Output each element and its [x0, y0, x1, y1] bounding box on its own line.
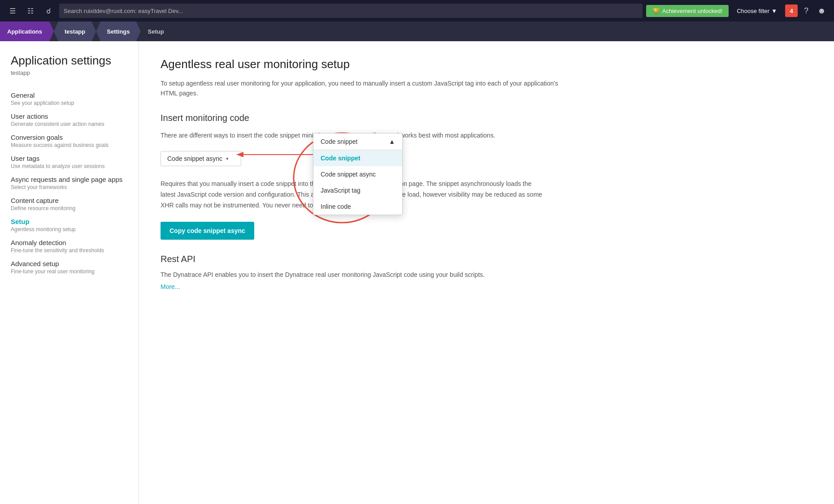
dropdown-option-code-snippet-async-label: Code snippet async — [321, 171, 376, 178]
dropdown-option-inline-code[interactable]: Inline code — [313, 198, 402, 215]
breadcrumb-settings-label: Settings — [107, 28, 130, 35]
sidebar-item-user-tags-title: User tags — [11, 155, 128, 162]
sidebar-item-conversion-goals-desc: Measure success against business goals — [11, 142, 128, 148]
sidebar-item-conversion-goals-title: Conversion goals — [11, 134, 128, 141]
chevron-up-icon: ▲ — [389, 138, 395, 145]
breadcrumb-testapp-label: testapp — [65, 28, 85, 35]
choose-filter-button[interactable]: Choose filter ▼ — [732, 8, 782, 14]
sidebar-item-content-capture-title: Content capture — [11, 197, 128, 204]
grid-icon[interactable]: ☷ — [23, 4, 38, 18]
sidebar-item-setup-desc: Agentless monitoring setup — [11, 226, 128, 233]
sidebar-item-setup-title: Setup — [11, 218, 128, 225]
insert-monitoring-title: Insert monitoring code — [161, 113, 812, 123]
rest-api-desc: The Dynatrace API enables you to insert … — [161, 270, 812, 280]
sidebar-item-content-capture-desc: Define resource monitoring — [11, 205, 128, 211]
sidebar-title: Application settings — [0, 54, 139, 69]
content-area: Agentless real user monitoring setup To … — [139, 41, 834, 504]
sidebar-subtitle: testapp — [0, 69, 139, 87]
breadcrumb-setup[interactable]: Setup — [141, 22, 172, 41]
sidebar: Application settings testapp General See… — [0, 41, 139, 504]
dropdown-row: Code snippet async ▾ — [161, 151, 812, 166]
sidebar-item-anomaly-detection-desc: Fine-tune the sensitivity and thresholds — [11, 247, 128, 254]
sidebar-item-async[interactable]: Async requests and single page apps Sele… — [0, 171, 139, 192]
sidebar-item-user-tags[interactable]: User tags Use metadata to analyze user s… — [0, 150, 139, 171]
chevron-down-icon: ▾ — [226, 156, 229, 162]
sidebar-item-general-desc: See your application setup — [11, 100, 128, 106]
breadcrumb-applications-label: Applications — [7, 28, 42, 35]
sidebar-item-advanced-setup-title: Advanced setup — [11, 260, 128, 267]
help-icon[interactable]: ? — [801, 6, 811, 16]
dropdown-option-javascript-tag[interactable]: JavaScript tag — [313, 182, 402, 198]
sidebar-item-anomaly-detection-title: Anomaly detection — [11, 239, 128, 246]
dropdown-popup-header[interactable]: Code snippet ▲ — [313, 134, 402, 150]
user-icon[interactable]: ☻ — [815, 6, 829, 16]
breadcrumb-setup-label: Setup — [148, 28, 164, 35]
breadcrumb-testapp[interactable]: testapp — [54, 22, 96, 41]
dropdown-option-code-snippet[interactable]: Code snippet — [313, 150, 402, 166]
sidebar-item-advanced-setup-desc: Fine-tune your real user monitoring — [11, 268, 128, 275]
sidebar-item-content-capture[interactable]: Content capture Define resource monitori… — [0, 192, 139, 213]
rest-api-more-link[interactable]: More... — [161, 283, 180, 290]
page-description: To setup agentless real user monitoring … — [161, 78, 564, 99]
choose-filter-label: Choose filter — [737, 8, 769, 14]
breadcrumb-applications[interactable]: Applications — [0, 22, 54, 41]
notification-badge[interactable]: 4 — [785, 4, 798, 17]
dropdown-selected-value: Code snippet async — [167, 155, 222, 162]
sidebar-item-user-actions-desc: Generate consistent user action names — [11, 121, 128, 127]
sidebar-item-general-title: General — [11, 91, 128, 99]
chevron-down-icon: ▼ — [771, 8, 777, 14]
sidebar-item-general[interactable]: General See your application setup — [0, 87, 139, 108]
search-icon[interactable]: ☌ — [41, 4, 56, 18]
sidebar-item-async-desc: Select your frameworks — [11, 184, 128, 190]
sidebar-item-advanced-setup[interactable]: Advanced setup Fine-tune your real user … — [0, 255, 139, 276]
achievement-label: Achievement unlocked! — [662, 8, 722, 14]
search-placeholder: Search ruixitdev@ruxit.com: easyTravel D… — [64, 8, 183, 14]
copy-code-snippet-button[interactable]: Copy code snippet async — [161, 222, 254, 240]
page-title: Agentless real user monitoring setup — [161, 57, 812, 71]
sidebar-item-setup[interactable]: Setup Agentless monitoring setup — [0, 213, 139, 234]
trophy-icon: 🏆 — [652, 8, 660, 14]
breadcrumb-settings[interactable]: Settings — [96, 22, 140, 41]
sidebar-item-anomaly-detection[interactable]: Anomaly detection Fine-tune the sensitiv… — [0, 234, 139, 255]
main-layout: Application settings testapp General See… — [0, 41, 834, 504]
rest-api-title: Rest API — [161, 254, 812, 264]
dropdown-option-code-snippet-label: Code snippet — [321, 155, 361, 162]
top-nav: ☰ ☷ ☌ Search ruixitdev@ruxit.com: easyTr… — [0, 0, 834, 22]
achievement-button[interactable]: 🏆 Achievement unlocked! — [646, 5, 729, 17]
breadcrumb: Applications testapp Settings Setup — [0, 22, 834, 41]
dropdown-popup-title: Code snippet — [321, 138, 358, 145]
hamburger-icon[interactable]: ☰ — [5, 4, 20, 18]
sidebar-item-async-title: Async requests and single page apps — [11, 176, 128, 183]
code-snippet-dropdown[interactable]: Code snippet async ▾ — [161, 151, 241, 166]
search-bar[interactable]: Search ruixitdev@ruxit.com: easyTravel D… — [59, 4, 643, 18]
sidebar-item-user-actions[interactable]: User actions Generate consistent user ac… — [0, 108, 139, 129]
dropdown-option-inline-code-label: Inline code — [321, 203, 351, 210]
dropdown-option-code-snippet-async[interactable]: Code snippet async — [313, 166, 402, 182]
notif-count: 4 — [790, 8, 793, 14]
dropdown-popup: Code snippet ▲ Code snippet Code snippet… — [313, 133, 403, 215]
sidebar-item-user-actions-title: User actions — [11, 112, 128, 120]
dropdown-option-javascript-tag-label: JavaScript tag — [321, 187, 361, 194]
sidebar-item-conversion-goals[interactable]: Conversion goals Measure success against… — [0, 129, 139, 150]
sidebar-item-user-tags-desc: Use metadata to analyze user sessions — [11, 163, 128, 169]
